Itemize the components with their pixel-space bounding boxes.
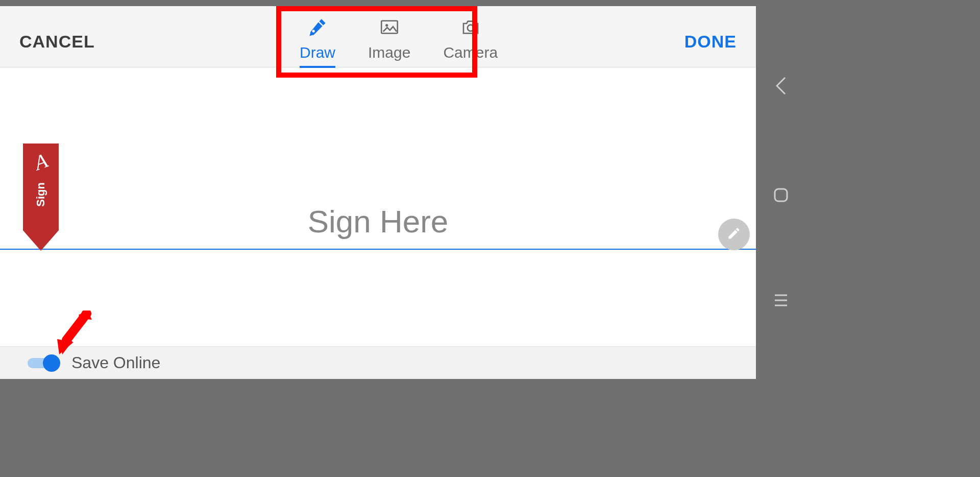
sign-bookmark: A Sign bbox=[23, 144, 59, 251]
bookmark-label: Sign bbox=[34, 182, 47, 207]
tab-camera[interactable]: Camera bbox=[427, 6, 514, 67]
signature-baseline bbox=[0, 249, 756, 250]
signature-canvas[interactable]: Sign Here bbox=[0, 68, 756, 351]
done-button[interactable]: DONE bbox=[684, 32, 737, 52]
app-screen: CANCEL Draw Image bbox=[0, 6, 756, 379]
tab-label: Camera bbox=[443, 44, 498, 61]
signature-toolbar: CANCEL Draw Image bbox=[0, 6, 756, 67]
pen-icon bbox=[307, 16, 328, 40]
image-icon bbox=[379, 16, 400, 40]
cancel-button[interactable]: CANCEL bbox=[19, 32, 95, 52]
device-frame: CANCEL Draw Image bbox=[0, 0, 980, 477]
tab-label: Image bbox=[368, 44, 410, 61]
svg-rect-0 bbox=[775, 189, 787, 201]
tab-image[interactable]: Image bbox=[352, 6, 427, 67]
pencil-icon bbox=[727, 226, 741, 243]
svg-point-4 bbox=[312, 30, 315, 32]
system-back-button[interactable] bbox=[771, 76, 791, 98]
tab-draw[interactable]: Draw bbox=[283, 6, 352, 67]
acrobat-icon: A bbox=[32, 150, 51, 174]
camera-icon bbox=[460, 16, 481, 40]
svg-point-6 bbox=[385, 24, 388, 27]
tab-label: Draw bbox=[300, 44, 335, 61]
save-online-toggle[interactable] bbox=[28, 354, 60, 372]
save-online-label: Save Online bbox=[71, 353, 160, 372]
system-recent-button[interactable] bbox=[771, 290, 791, 313]
svg-point-7 bbox=[468, 25, 474, 31]
bottom-bar: Save Online bbox=[0, 346, 756, 379]
edit-fab[interactable] bbox=[718, 219, 750, 250]
system-home-button[interactable] bbox=[771, 185, 791, 207]
signature-placeholder: Sign Here bbox=[0, 203, 756, 240]
signature-method-tabs: Draw Image Camera bbox=[283, 6, 514, 67]
